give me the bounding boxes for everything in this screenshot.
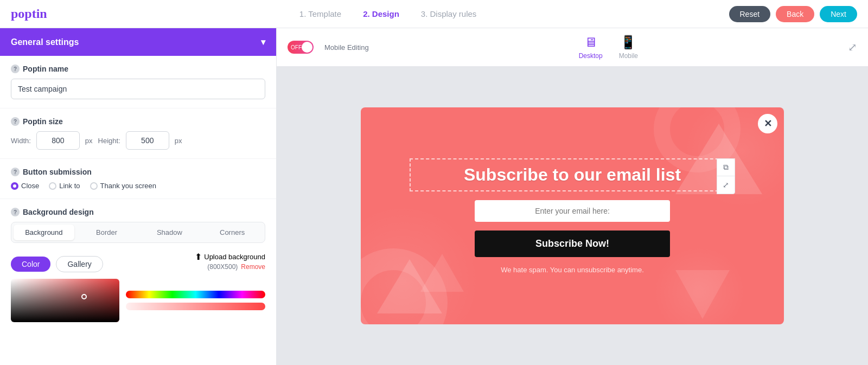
background-design-section: ? Background design Background Border Sh…: [0, 199, 276, 331]
size-row: Width: px Height: px: [11, 131, 265, 150]
top-nav: poptin 1. Template 2. Design 3. Display …: [0, 0, 868, 28]
height-px-label: px: [175, 137, 182, 145]
step-1: 1. Template: [299, 9, 341, 18]
deco-tri-4: [675, 270, 730, 319]
poptin-name-help-icon[interactable]: ?: [11, 65, 20, 73]
tab-background[interactable]: Background: [14, 225, 74, 240]
poptin-name-section: ? Poptin name: [0, 56, 276, 108]
submission-thank-you[interactable]: Thank you screen: [90, 182, 156, 190]
button-submission-label: ? Button submission: [11, 168, 265, 176]
gallery-btn[interactable]: Gallery: [56, 256, 103, 272]
upload-icon: ⬆: [195, 252, 202, 262]
upload-area: ⬆ Upload background (800X500) Remove: [195, 252, 265, 271]
mobile-editing-toggle[interactable]: OFF: [288, 41, 314, 54]
color-gradient-picker[interactable]: [11, 279, 119, 322]
canvas-area: ✕ Subscribe to our email list ⧉ ⤢ Subscr…: [277, 67, 868, 365]
color-picker-handle: [81, 294, 87, 299]
desktop-label: Desktop: [579, 52, 603, 60]
panel-header[interactable]: General settings ▾: [0, 28, 276, 56]
button-submission-help-icon[interactable]: ?: [11, 168, 20, 176]
step-2: 2. Design: [363, 9, 399, 18]
color-gallery-row: Color Gallery ⬆ Upload background (800X5…: [11, 249, 265, 272]
tab-corners[interactable]: Corners: [202, 225, 263, 240]
nav-actions: Reset Back Next: [729, 6, 858, 22]
tab-shadow[interactable]: Shadow: [139, 225, 200, 240]
background-tabs: Background Border Shadow Corners: [11, 222, 265, 243]
height-label: Height:: [98, 137, 120, 145]
reset-button[interactable]: Reset: [729, 6, 771, 22]
thankyou-radio-dot: [90, 182, 98, 190]
hue-slider[interactable]: [126, 291, 265, 298]
mobile-label: Mobile: [619, 52, 638, 60]
expand-button[interactable]: ⤢: [848, 41, 857, 54]
upload-meta: (800X500) Remove: [207, 263, 265, 271]
color-sliders: [126, 279, 265, 322]
poptin-name-label: ? Poptin name: [11, 65, 265, 73]
title-copy-btn[interactable]: ⧉: [717, 159, 735, 176]
device-icons: 🖥 Desktop 📱 Mobile: [579, 35, 638, 60]
width-label: Width:: [11, 137, 31, 145]
background-design-label: ? Background design: [11, 208, 265, 216]
desktop-icon: 🖥: [584, 35, 597, 50]
step-indicators: 1. Template 2. Design 3. Display rules: [299, 9, 477, 18]
popup-email-input[interactable]: [475, 200, 670, 222]
panel-header-title: General settings: [11, 37, 79, 47]
poptin-size-section: ? Poptin size Width: px Height: px: [0, 108, 276, 158]
submission-close[interactable]: Close: [11, 182, 39, 190]
submission-options: Close Link to Thank you screen: [11, 182, 265, 190]
poptin-size-help-icon[interactable]: ?: [11, 117, 20, 126]
mobile-icon: 📱: [620, 35, 636, 50]
back-button[interactable]: Back: [776, 6, 814, 22]
app-logo: poptin: [11, 7, 47, 21]
submission-link-to[interactable]: Link to: [49, 182, 80, 190]
step-3: 3. Display rules: [421, 9, 477, 18]
poptin-name-input[interactable]: [11, 79, 265, 99]
next-button[interactable]: Next: [820, 6, 857, 22]
popup-spam-text: We hate spam. You can unsubscribe anytim…: [501, 266, 644, 274]
color-gallery-toggle: Color Gallery: [11, 256, 103, 272]
mobile-editing-label: Mobile Editing: [324, 43, 369, 52]
tab-border[interactable]: Border: [76, 225, 137, 240]
popup-close-button[interactable]: ✕: [758, 114, 777, 133]
width-px-label: px: [85, 137, 93, 145]
button-submission-section: ? Button submission Close Link to Thank …: [0, 159, 276, 198]
toggle-off-label: OFF: [291, 44, 302, 50]
mobile-device-btn[interactable]: 📱 Mobile: [619, 35, 638, 60]
right-panel: OFF Mobile Editing 🖥 Desktop 📱 Mobile ⤢: [277, 28, 868, 365]
remove-link[interactable]: Remove: [241, 263, 265, 271]
popup-container: ✕ Subscribe to our email list ⧉ ⤢ Subscr…: [361, 107, 784, 324]
popup-title-box[interactable]: Subscribe to our email list ⧉ ⤢: [410, 158, 735, 191]
title-toolbar: ⧉ ⤢: [717, 158, 735, 194]
opacity-slider[interactable]: [126, 303, 265, 310]
poptin-size-label: ? Poptin size: [11, 117, 265, 126]
popup-subscribe-button[interactable]: Subscribe Now!: [475, 230, 670, 257]
close-radio-dot: [11, 182, 18, 190]
background-design-help-icon[interactable]: ?: [11, 208, 20, 216]
desktop-device-btn[interactable]: 🖥 Desktop: [579, 35, 603, 60]
toggle-knob: [302, 42, 312, 53]
canvas-toolbar: OFF Mobile Editing 🖥 Desktop 📱 Mobile ⤢: [277, 28, 868, 67]
width-input[interactable]: [36, 131, 80, 150]
title-resize-btn[interactable]: ⤢: [717, 176, 735, 194]
chevron-down-icon: ▾: [261, 37, 265, 47]
color-picker: [11, 279, 265, 322]
upload-background-btn[interactable]: ⬆ Upload background: [195, 252, 265, 262]
left-panel: General settings ▾ ? Poptin name ? Popti…: [0, 28, 277, 365]
main-layout: General settings ▾ ? Poptin name ? Popti…: [0, 28, 868, 365]
height-input[interactable]: [126, 131, 169, 150]
toggle-track[interactable]: OFF: [288, 41, 314, 54]
linkto-radio-dot: [49, 182, 56, 190]
popup-title: Subscribe to our email list: [427, 165, 718, 185]
color-btn[interactable]: Color: [11, 257, 50, 272]
